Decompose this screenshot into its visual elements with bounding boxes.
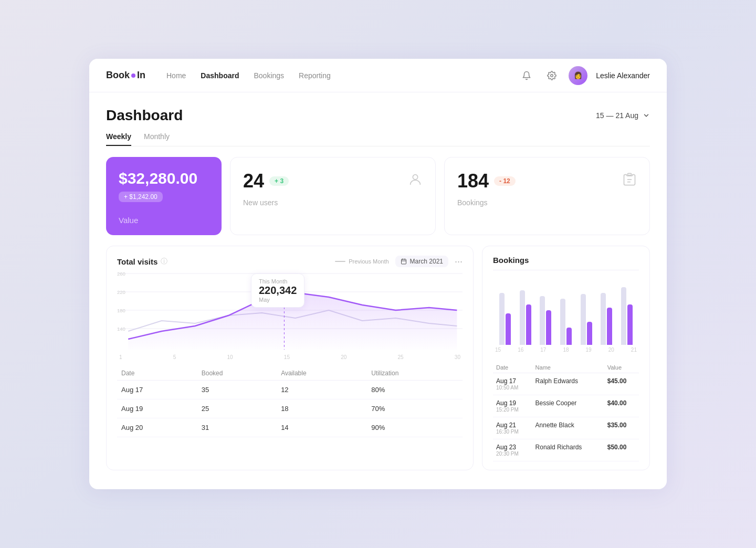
settings-button[interactable] [543, 67, 560, 84]
bar-group [495, 293, 516, 345]
bookings-badge: - 12 [494, 176, 516, 186]
list-item: Aug 19 15:20 PM Bessie Cooper $40.00 [493, 395, 639, 417]
col-available: Available [277, 366, 367, 381]
bar-purple [546, 310, 551, 345]
avatar: 👩 [569, 66, 587, 85]
bar-gray [560, 299, 565, 345]
svg-text:140: 140 [117, 326, 125, 332]
bar-gray [621, 287, 626, 345]
tab-monthly[interactable]: Monthly [144, 132, 170, 146]
tooltip-sublabel: May [259, 297, 297, 303]
bar-gray [499, 293, 505, 345]
bottom-row: Total visits ⓘ Previous Month March 2021… [106, 246, 650, 470]
list-item: Aug 21 16:30 PM Annette Black $35.00 [493, 417, 639, 439]
cell-booked: 31 [197, 418, 277, 437]
more-options-icon[interactable]: ··· [455, 256, 463, 267]
bar-gray [520, 290, 525, 345]
booking-value: $45.00 [604, 373, 639, 395]
booking-date: Aug 19 15:20 PM [493, 395, 532, 417]
new-users-count: 24 [243, 170, 264, 192]
col-booked: Booked [197, 366, 277, 381]
chart-title: Total visits ⓘ [117, 257, 167, 266]
chart-date-btn[interactable]: March 2021 [395, 256, 448, 267]
new-users-badge: + 3 [269, 176, 289, 186]
bcol-name: Name [532, 362, 604, 373]
bookings-panel-title: Bookings [493, 256, 639, 270]
booking-date: Aug 17 10:50 AM [493, 373, 532, 395]
logo-text-book: Book [106, 70, 130, 81]
bcol-value: Value [604, 362, 639, 373]
bar-x-label: 17 [540, 347, 546, 353]
booking-value: $40.00 [604, 395, 639, 417]
bar-group [576, 294, 596, 345]
tooltip-label: This Month [259, 278, 297, 284]
cell-available: 18 [277, 399, 367, 418]
tabs: Weekly Monthly [106, 132, 650, 146]
notification-button[interactable] [518, 67, 535, 84]
bookings-stat-card: 184 - 12 Bookings [444, 157, 650, 235]
gear-icon [547, 71, 556, 80]
bookings-panel: Bookings 15161718192021 Date Name Value [482, 246, 650, 470]
col-utilization: Utilization [367, 366, 463, 381]
bar-group [556, 299, 576, 345]
bookings-count: 184 [457, 170, 489, 192]
bar-gray [540, 296, 545, 345]
bar-group [536, 296, 556, 345]
list-item: Aug 17 10:50 AM Ralph Edwards $45.00 [493, 373, 639, 395]
cell-utilization: 80% [367, 381, 463, 399]
bell-icon [522, 71, 531, 80]
chart-controls: Previous Month March 2021 ··· [335, 256, 463, 267]
cell-booked: 25 [197, 399, 277, 418]
cell-available: 14 [277, 418, 367, 437]
value-card: $32,280.00 + $1,242.00 Value [106, 157, 222, 235]
legend-label: Previous Month [349, 258, 388, 265]
bar-x-axis: 15161718192021 [493, 347, 639, 353]
booking-date: Aug 21 16:30 PM [493, 417, 532, 439]
bar-purple [587, 322, 592, 345]
stats-row: $32,280.00 + $1,242.00 Value 24 + 3 [106, 157, 650, 235]
new-users-card: 24 + 3 New users [230, 157, 436, 235]
value-change: + $1,242.00 [119, 192, 163, 202]
info-icon: ⓘ [161, 257, 167, 266]
bar-x-label: 15 [495, 347, 501, 353]
value-amount: $32,280.00 [119, 170, 209, 187]
new-users-label: New users [243, 198, 423, 207]
bar-group [616, 287, 637, 345]
booking-date: Aug 23 20:30 PM [493, 439, 532, 461]
bar-group [516, 290, 536, 345]
bar-purple [607, 308, 612, 345]
booking-value: $35.00 [604, 417, 639, 439]
cell-booked: 35 [197, 381, 277, 399]
svg-text:220: 220 [117, 290, 125, 295]
bar-x-label: 21 [631, 347, 637, 353]
nav-home[interactable]: Home [166, 69, 186, 82]
bookings-label: Bookings [457, 198, 637, 207]
bar-purple [627, 304, 633, 345]
chart-panel: Total visits ⓘ Previous Month March 2021… [106, 246, 474, 470]
booking-name: Bessie Cooper [532, 395, 604, 417]
header-row: Dashboard 15 — 21 Aug [106, 107, 650, 124]
tab-weekly[interactable]: Weekly [106, 132, 131, 146]
chart-area: 260 220 180 140 [117, 268, 463, 352]
table-row: Aug 19 25 18 70% [117, 399, 463, 418]
chart-date-label: March 2021 [410, 258, 443, 265]
date-range-picker[interactable]: 15 — 21 Aug [596, 111, 650, 120]
nav-bookings[interactable]: Bookings [254, 69, 284, 82]
bar-purple [566, 328, 572, 345]
bar-x-label: 16 [518, 347, 523, 353]
bar-x-label: 18 [563, 347, 569, 353]
main-content: Dashboard 15 — 21 Aug Weekly Monthly $32… [89, 92, 667, 489]
bar-gray [601, 293, 606, 345]
nav-dashboard[interactable]: Dashboard [201, 69, 239, 82]
bar-purple [506, 313, 511, 345]
nav-reporting[interactable]: Reporting [299, 69, 331, 82]
table-row: Aug 20 31 14 90% [117, 418, 463, 437]
chevron-down-icon [643, 112, 650, 119]
bcol-date: Date [493, 362, 532, 373]
col-date: Date [117, 366, 197, 381]
booking-value: $50.00 [604, 439, 639, 461]
bar-x-label: 20 [608, 347, 614, 353]
app-container: Book In Home Dashboard Bookings Reportin… [89, 59, 667, 489]
booking-name: Annette Black [532, 417, 604, 439]
cell-utilization: 90% [367, 418, 463, 437]
